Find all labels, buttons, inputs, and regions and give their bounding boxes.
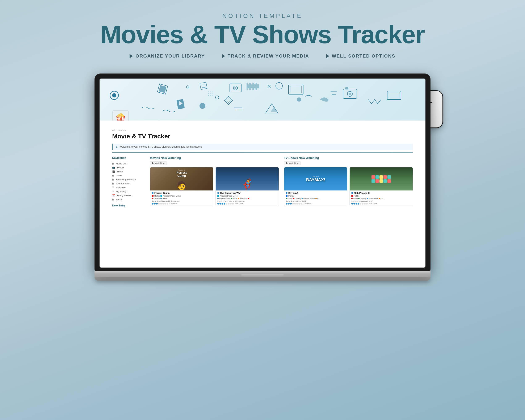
baymax-overlay: Disney+ BAYMAX! — [304, 173, 327, 184]
tv-card-mob-psycho[interactable]: Mob Psycho III Netflix — [349, 167, 413, 206]
tomorrow-progress-pct: 66% Done — [235, 203, 243, 205]
feature-3: WELL SORTED OPTIONS — [326, 53, 395, 59]
forrest-gump-overlay: Hanks is ForrestGump — [152, 169, 211, 178]
movie-card-tomorrow-war[interactable]: 🦸 The Tomorrow War — [216, 167, 279, 206]
svg-rect-41 — [289, 85, 303, 94]
sidebar-item-bonus[interactable]: ▦ Bonus — [112, 197, 146, 201]
svg-line-34 — [268, 85, 271, 88]
svg-point-22 — [216, 96, 219, 99]
svg-rect-25 — [246, 83, 259, 90]
svg-point-47 — [347, 91, 352, 96]
svg-point-9 — [213, 91, 213, 92]
svg-point-48 — [349, 93, 351, 95]
tomorrow-genres: Science Fiction Action Adventure — [217, 198, 277, 199]
mob-psycho-overlay — [370, 174, 393, 184]
mob-platform-text: Netflix — [354, 195, 359, 197]
baymax-platform-text: Disney + — [288, 195, 296, 197]
tomorrow-title-row: The Tomorrow War — [217, 192, 277, 194]
movies-watching-badge[interactable]: Watching — [150, 161, 167, 165]
svg-rect-31 — [251, 88, 253, 90]
laptop-screen-inner: 🍿 Add comment Movie & TV Tracker ▶ Welco… — [100, 79, 425, 268]
baymax-title-row: Baymax! — [286, 192, 346, 194]
bonus-icon: ▦ — [112, 198, 114, 201]
new-entry-label: New Entry — [112, 204, 146, 207]
watch-status-icon: ▦ — [112, 182, 114, 185]
forrest-platform: Netflix Amazon Prime Video — [152, 195, 211, 197]
forrest-person-figure: 🧑 — [176, 181, 187, 190]
main-layout: Navigation ▦ Movie List 📺 TV List — [100, 156, 425, 265]
toggle-arrow[interactable]: ▶ — [116, 146, 118, 148]
svg-point-18 — [234, 87, 236, 89]
svg-rect-2 — [158, 84, 168, 94]
forrest-progress-pct: 51% Done — [169, 203, 177, 205]
mob-psycho-info: Mob Psycho III Netflix — [350, 190, 413, 206]
page-divider — [112, 152, 413, 153]
laptop-wrapper: N — [74, 74, 451, 280]
favourite-icon: ♡ — [112, 186, 114, 189]
svg-rect-26 — [248, 83, 249, 84]
mob-title: Mob Psycho III — [354, 192, 370, 194]
svg-rect-46 — [343, 89, 357, 99]
laptop-foot — [94, 277, 431, 280]
yearly-review-icon: 📅 — [112, 194, 115, 197]
mob-genres: Action Comedy Supernatural Ani... — [351, 198, 411, 199]
sidebar-item-favourite[interactable]: ♡ Favourite — [112, 186, 146, 189]
watching-play-icon — [152, 162, 154, 164]
mob-title-row: Mob Psycho III — [351, 192, 411, 194]
svg-point-1 — [112, 93, 116, 97]
baymax-status-dot — [286, 192, 288, 194]
prime-dot-2 — [217, 195, 219, 197]
sidebar-item-movie-list[interactable]: ▦ Movie List — [112, 161, 146, 166]
svg-point-17 — [233, 86, 237, 90]
sidebar-item-yearly-review[interactable]: 📅 Yearly Review — [112, 193, 146, 197]
tomorrow-title: The Tomorrow War — [220, 192, 241, 194]
features-list: ORGANIZE YOUR LIBRARY TRACK & REVIEW YOU… — [100, 53, 425, 59]
arrow-icon-1 — [130, 54, 133, 58]
svg-rect-29 — [257, 83, 259, 84]
forrest-title-row: Forrest Gump — [152, 192, 211, 194]
svg-rect-50 — [387, 91, 401, 100]
notion-page: 🍿 Add comment Movie & TV Tracker ▶ Welco… — [100, 79, 425, 268]
welcome-banner: ▶ Welcome to your movies & TV shows plan… — [112, 144, 413, 150]
add-comment-label[interactable]: Add comment — [112, 129, 413, 131]
svg-rect-23 — [224, 96, 233, 105]
tv-shows-section: TV Shows Now Watching Watching — [284, 156, 413, 265]
svg-point-12 — [213, 93, 213, 94]
svg-rect-32 — [254, 88, 256, 90]
tv-watching-badge[interactable]: Watching — [284, 161, 301, 165]
baymax-title: Baymax! — [288, 192, 298, 194]
mob-stars: 50% Done — [351, 203, 411, 205]
mob-progress-text: Currently on episode 6 of 13 — [351, 200, 411, 202]
movie-list-icon: ▦ — [112, 162, 114, 165]
navigation-title: Navigation — [112, 156, 146, 159]
tomorrow-war-image: 🦸 — [216, 167, 279, 190]
sidebar-item-genre[interactable]: ▦ Genre — [112, 173, 146, 177]
arrow-icon-2 — [222, 54, 225, 58]
baymax-progress-pct: 33% Done — [303, 203, 311, 205]
sidebar-item-streaming[interactable]: ▦ Streaming Platform — [112, 177, 146, 181]
movies-section-title: Movies Now Watching — [150, 156, 279, 160]
forrest-platform2-text: Amazon Prime Video — [163, 195, 181, 197]
baymax-image: Disney+ BAYMAX! — [284, 167, 347, 190]
forrest-platform-text: Netflix — [154, 195, 159, 197]
sidebar-item-series[interactable]: 🎬 Series — [112, 169, 146, 173]
svg-point-11 — [210, 93, 211, 94]
svg-point-8 — [210, 91, 211, 92]
forrest-title: Forrest Gump — [154, 192, 170, 194]
movie-card-forrest-gump[interactable]: Hanks is ForrestGump 🧑 — [150, 167, 213, 206]
svg-point-4 — [187, 86, 189, 88]
netflix-dot-mob — [351, 195, 353, 197]
main-title: Movies & TV Shows Tracker — [100, 22, 425, 47]
baymax-platform: Disney + — [286, 195, 346, 197]
svg-point-21 — [199, 103, 205, 109]
tomorrow-platform: Amazon Prime Video — [217, 195, 277, 197]
svg-point-7 — [208, 91, 209, 92]
rating-icon: ☆ — [112, 190, 114, 193]
svg-marker-39 — [265, 104, 278, 113]
sidebar-item-rating[interactable]: ☆ My Rating — [112, 189, 146, 193]
svg-point-36 — [276, 83, 282, 89]
page-header-section: Add comment Movie & TV Tracker — [100, 121, 425, 144]
tv-card-baymax[interactable]: Disney+ BAYMAX! Baymax! — [284, 167, 347, 206]
sidebar-item-watch-status[interactable]: ▦ Watch Status — [112, 181, 146, 186]
sidebar-item-tv-list[interactable]: 📺 TV List — [112, 166, 146, 169]
